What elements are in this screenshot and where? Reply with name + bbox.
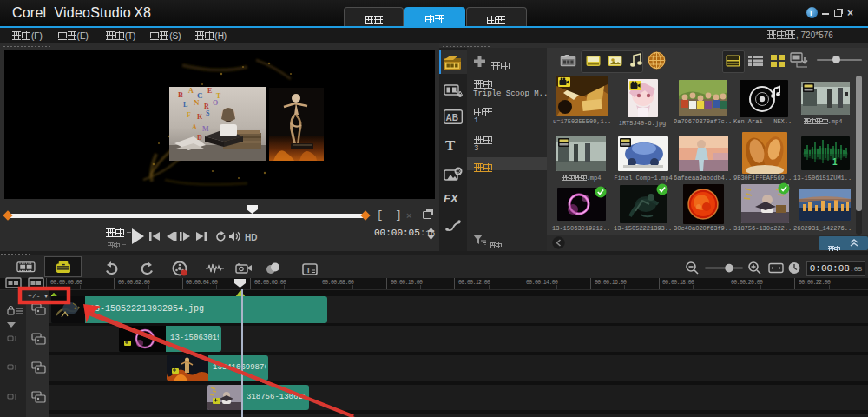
svg-text:A: A [188,87,194,95]
svg-text:D: D [197,134,202,142]
svg-text:1: 1 [832,157,838,167]
svg-text:L: L [183,101,187,109]
svg-text:T: T [306,266,312,275]
svg-text:HD: HD [245,233,257,242]
svg-text:F: F [187,111,191,119]
svg-text:B: B [178,90,183,99]
svg-text:O: O [213,99,218,107]
svg-text:AB: AB [446,113,458,122]
svg-text:N: N [194,98,200,107]
svg-text:E: E [207,87,212,95]
svg-text:M: M [202,125,209,133]
svg-text:A: A [192,123,197,131]
svg-text:K: K [197,113,203,121]
svg-text:S: S [206,109,210,117]
